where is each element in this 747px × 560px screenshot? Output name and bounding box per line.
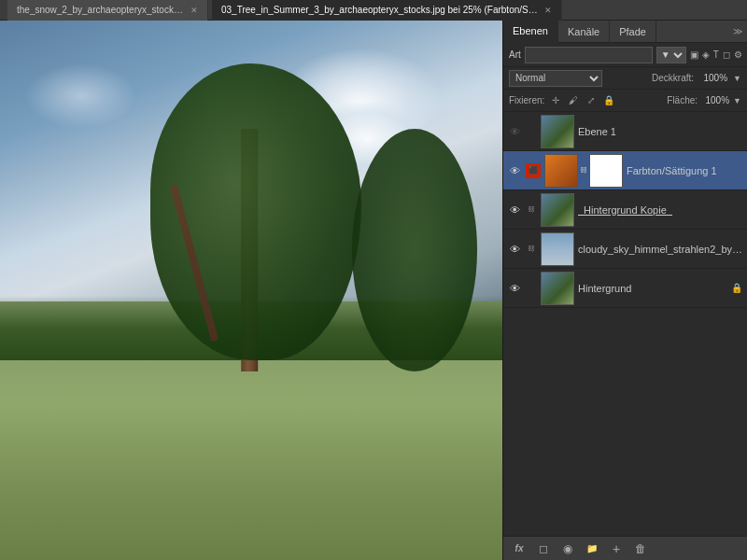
footer-fx-button[interactable]: fx (509, 539, 529, 558)
footer-new-layer-button[interactable]: + (606, 539, 627, 558)
svg-rect-0 (545, 155, 577, 187)
layer-ebene1-name: Ebene 1 (578, 126, 743, 137)
tab-tree-close[interactable]: ✕ (544, 6, 552, 15)
layer-item-ebene1[interactable]: 👁 Ebene 1 (503, 112, 747, 151)
footer-adjustment-button[interactable]: ◉ (557, 539, 578, 558)
layer-ebene1-thumb (541, 115, 574, 148)
footer-mask-button[interactable]: ◻ (533, 539, 554, 558)
cloud-left (25, 63, 137, 129)
layer-hk-thumb (541, 193, 574, 227)
title-bar: the_snow_2_by_archaeopteryx_stocks.jpg ✕… (0, 0, 747, 21)
layer-item-hintergrund[interactable]: 👁 Hintergrund 🔒 (503, 269, 747, 308)
panel-collapse-button[interactable]: ≫ (728, 21, 747, 43)
canvas-area[interactable] (0, 21, 502, 560)
layer-hue-chain-icon: ⛓ (580, 154, 587, 188)
filter-icon2[interactable]: ◈ (702, 47, 710, 63)
layer-hk-chain: ⛓ (526, 205, 537, 214)
layer-hue-visibility[interactable]: 👁 (507, 163, 522, 178)
tab-ebenen[interactable]: Ebenen (503, 21, 558, 43)
filter-label: Art (509, 49, 521, 60)
layer-hk-visibility[interactable]: 👁 (507, 203, 522, 217)
canvas-image (0, 21, 502, 560)
tab-kanaele[interactable]: Kanäle (558, 21, 610, 43)
blend-mode-row: Normal Deckkraft: 100% ▼ (503, 67, 747, 90)
layer-hue-thumb (544, 154, 578, 188)
panel-tabs: Ebenen Kanäle Pfade ≫ (503, 21, 747, 43)
filter-input[interactable] (525, 47, 653, 63)
fix-lock-icon[interactable]: 🔒 (601, 93, 616, 108)
layer-hue-thumbs: ⛓ (544, 154, 623, 188)
layer-cloudy-chain: ⛓ (526, 245, 537, 253)
layer-hintergrund-name: Hintergrund (578, 283, 726, 294)
layer-hue-adj-icon: ⬛ (526, 163, 541, 178)
tab-snow-label: the_snow_2_by_archaeopteryx_stocks.jpg (17, 5, 185, 15)
main-layout: Ebenen Kanäle Pfade ≫ Art ▼ ▣ ◈ T ◻ ⚙ (0, 21, 747, 560)
filter-row: Art ▼ ▣ ◈ T ◻ ⚙ (503, 43, 747, 67)
layer-hintergrund-visibility[interactable]: 👁 (507, 281, 522, 296)
tab-tree[interactable]: 03_Tree_in_Summer_3_by_archaeopteryx_sto… (212, 0, 562, 21)
layer-cloudy-thumb (541, 232, 574, 266)
tab-pfade[interactable]: Pfade (610, 21, 656, 43)
layer-item-hue[interactable]: 👁 ⬛ ⛓ (503, 151, 747, 190)
layer-hintergrund-lock-icon: 🔒 (730, 283, 743, 293)
layer-hk-name: _Hintergrund Kopie_ (578, 204, 743, 216)
layer-cloudy-visibility[interactable]: 👁 (507, 242, 522, 257)
fix-paint-icon[interactable]: 🖌 (566, 93, 581, 108)
footer-delete-button[interactable]: 🗑 (630, 539, 651, 558)
filter-dropdown[interactable]: ▼ (656, 47, 686, 63)
tab-snow[interactable]: the_snow_2_by_archaeopteryx_stocks.jpg ✕ (7, 0, 208, 21)
layer-ebene1-visibility[interactable]: 👁 (507, 124, 522, 139)
tab-snow-close[interactable]: ✕ (190, 6, 198, 15)
layer-hintergrund-thumb (541, 272, 574, 305)
layers-list[interactable]: 👁 Ebene 1 👁 ⬛ (503, 112, 747, 536)
layers-panel: Ebenen Kanäle Pfade ≫ Art ▼ ▣ ◈ T ◻ ⚙ (502, 21, 747, 560)
fix-position-icon[interactable]: ✛ (548, 93, 563, 108)
opacity-value: 100% (699, 73, 727, 83)
opacity-label: Deckkraft: (652, 73, 694, 83)
filter-icon1[interactable]: ▣ (690, 47, 698, 63)
opacity-dropdown[interactable]: ▼ (733, 74, 741, 83)
blend-mode-select[interactable]: Normal (509, 70, 602, 87)
layer-hue-name: Farbton/Sättigung 1 (627, 165, 743, 176)
panel-footer: fx ◻ ◉ 📁 + 🗑 (503, 536, 747, 560)
fix-transform-icon[interactable]: ⤢ (584, 93, 599, 108)
filter-icon3[interactable]: T (713, 47, 719, 63)
layer-item-cloudy[interactable]: 👁 ⛓ cloudy_sky_himmel_strahlen2_by_... (503, 230, 747, 269)
fix-label: Fixieren: (509, 95, 544, 105)
fix-icons: ✛ 🖌 ⤢ 🔒 (548, 93, 616, 108)
footer-group-button[interactable]: 📁 (582, 539, 602, 558)
filter-icon5[interactable]: ⚙ (734, 47, 742, 63)
tab-tree-label: 03_Tree_in_Summer_3_by_archaeopteryx_sto… (221, 5, 539, 15)
fill-label: Fläche: (667, 95, 698, 105)
layer-hue-mask-thumb (589, 154, 623, 188)
fix-row: Fixieren: ✛ 🖌 ⤢ 🔒 Fläche: 100% ▼ (503, 90, 747, 112)
layer-item-hintergrund-kopie[interactable]: 👁 ⛓ _Hintergrund Kopie_ (503, 190, 747, 230)
fill-dropdown[interactable]: ▼ (733, 96, 741, 105)
filter-icon4[interactable]: ◻ (723, 47, 730, 63)
tree2-canopy (352, 129, 478, 371)
layer-cloudy-name: cloudy_sky_himmel_strahlen2_by_... (578, 244, 743, 255)
fill-value: 100% (701, 95, 729, 105)
